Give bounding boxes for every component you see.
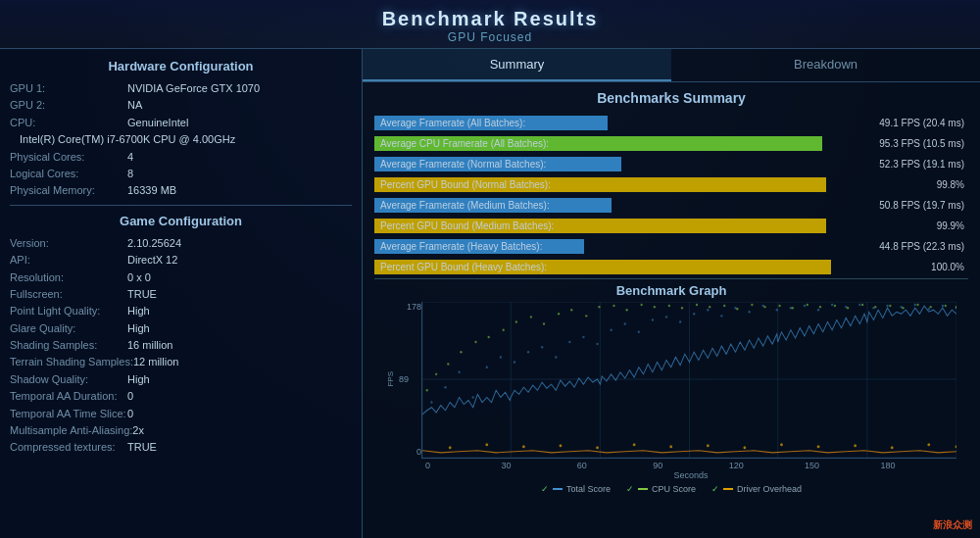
svg-point-103 <box>956 445 956 448</box>
x-label-120: 120 <box>729 461 805 470</box>
svg-point-53 <box>474 341 476 343</box>
svg-point-69 <box>696 304 698 306</box>
cpu-color <box>638 488 648 490</box>
gpu2-value: NA <box>127 98 142 113</box>
svg-point-97 <box>743 446 746 449</box>
graph-canvas <box>421 302 956 459</box>
total-check: ✓ <box>541 484 549 494</box>
svg-point-39 <box>831 304 833 306</box>
svg-point-25 <box>638 331 640 333</box>
bench-label-8: Percent GPU Bound (Heavy Batches): <box>374 260 553 274</box>
bench-value-1: 49.1 FPS (20.4 ms) <box>831 118 968 128</box>
bench-row-1: Average Framerate (All Batches): 49.1 FP… <box>374 114 968 131</box>
svg-point-18 <box>541 346 543 348</box>
res-row: Resolution: 0 x 0 <box>10 270 352 285</box>
bench-row-6: Percent GPU Bound (Medium Batches): 99.9… <box>374 217 968 234</box>
svg-point-35 <box>776 309 778 311</box>
bench-bar-7: Average Framerate (Heavy Batches): <box>374 239 831 254</box>
fullscreen-value: TRUE <box>127 287 157 302</box>
taa-dur-row: Temporal AA Duration: 0 <box>10 389 352 404</box>
taa-dur-label: Temporal AA Duration: <box>10 389 127 404</box>
svg-point-10 <box>430 401 432 403</box>
y-mid-row: FPS 89 <box>386 371 421 387</box>
fullscreen-label: Fullscreen: <box>10 287 127 302</box>
svg-point-13 <box>472 396 474 398</box>
svg-point-61 <box>585 315 587 317</box>
shading-label: Shading Samples: <box>10 338 127 353</box>
svg-point-37 <box>804 305 806 307</box>
bench-row-3: Average Framerate (Normal Batches): 52.3… <box>374 155 968 172</box>
bench-label-7: Average Framerate (Heavy Batches): <box>374 239 548 254</box>
svg-point-64 <box>625 309 627 311</box>
terrain-row: Terrain Shading Samples: 12 million <box>10 355 352 369</box>
main-container: Benchmark Results GPU Focused Hardware C… <box>0 0 980 538</box>
legend-driver: ✓ Driver Overhead <box>711 484 802 494</box>
content-area: Hardware Configuration GPU 1: NVIDIA GeF… <box>0 49 980 538</box>
terrain-value: 12 million <box>133 355 178 369</box>
svg-point-47 <box>942 305 944 307</box>
page-title: Benchmark Results <box>0 8 980 30</box>
hardware-title: Hardware Configuration <box>10 57 352 75</box>
bench-value-3: 52.3 FPS (19.1 ms) <box>831 159 968 170</box>
gpu1-row: GPU 1: NVIDIA GeForce GTX 1070 <box>10 81 352 96</box>
fullscreen-row: Fullscreen: TRUE <box>10 287 352 302</box>
svg-point-71 <box>723 305 725 307</box>
taa-ts-value: 0 <box>127 407 133 421</box>
cpu-detail-value: Intel(R) Core(TM) i7-6700K CPU @ 4.00GHz <box>20 132 235 147</box>
phys-mem-value: 16339 MB <box>127 183 176 198</box>
bench-row-2: Average CPU Framerate (All Batches): 95.… <box>374 134 968 152</box>
glare-value: High <box>127 321 150 336</box>
shadow-label: Shadow Quality: <box>10 372 127 387</box>
svg-point-52 <box>460 351 462 353</box>
bench-bar-4: Percent GPU Bound (Normal Batches): <box>374 177 831 192</box>
y-axis: 178 FPS 89 0 <box>386 302 421 459</box>
svg-point-22 <box>596 343 598 345</box>
tab-breakdown[interactable]: Breakdown <box>671 49 980 81</box>
y-max-label: 178 <box>386 302 421 312</box>
summary-content: Benchmarks Summary Average Framerate (Al… <box>363 82 980 538</box>
svg-point-86 <box>930 306 932 308</box>
svg-point-73 <box>751 304 753 306</box>
bench-bar-1: Average Framerate (All Batches): <box>374 116 831 130</box>
svg-point-56 <box>515 320 517 322</box>
bench-label-4: Percent GPU Bound (Normal Batches): <box>374 177 557 192</box>
svg-point-96 <box>707 444 710 447</box>
phys-cores-label: Physical Cores: <box>10 150 127 165</box>
svg-point-57 <box>530 316 532 318</box>
driver-color <box>723 488 733 490</box>
svg-point-84 <box>902 307 904 309</box>
cpu-label: CPU: <box>10 116 127 130</box>
svg-point-78 <box>819 306 821 308</box>
svg-point-30 <box>707 309 709 311</box>
bench-row-8: Percent GPU Bound (Heavy Batches): 100.0… <box>374 258 968 275</box>
terrain-label: Terrain Shading Samples: <box>10 355 133 369</box>
svg-point-49 <box>426 389 428 391</box>
svg-point-16 <box>514 361 515 363</box>
taa-ts-label: Temporal AA Time Slice: <box>10 407 127 421</box>
x-axis-row: 0 30 60 90 120 150 180 <box>386 461 956 470</box>
svg-point-15 <box>500 356 502 358</box>
svg-point-20 <box>568 341 570 343</box>
tab-summary[interactable]: Summary <box>363 49 671 81</box>
taa-dur-value: 0 <box>127 389 133 404</box>
bench-value-5: 50.8 FPS (19.7 ms) <box>831 200 968 211</box>
graph-title: Benchmark Graph <box>386 283 956 298</box>
log-cores-label: Logical Cores: <box>10 167 127 181</box>
svg-point-68 <box>681 307 683 309</box>
svg-point-94 <box>633 443 636 446</box>
cpu-check: ✓ <box>626 484 634 494</box>
svg-point-46 <box>928 308 930 310</box>
header: Benchmark Results GPU Focused <box>0 0 980 49</box>
svg-point-85 <box>916 304 918 306</box>
svg-point-19 <box>555 356 557 358</box>
api-row: API: DirectX 12 <box>10 253 352 268</box>
graph-legend: ✓ Total Score ✓ CPU Score ✓ Drive <box>386 484 956 494</box>
total-label: Total Score <box>566 484 611 494</box>
bench-label-5: Average Framerate (Medium Batches): <box>374 198 556 213</box>
svg-point-79 <box>834 305 836 307</box>
plq-row: Point Light Quality: High <box>10 304 352 318</box>
compressed-row: Compressed textures: TRUE <box>10 440 352 455</box>
legend-cpu: ✓ CPU Score <box>626 484 696 494</box>
svg-point-93 <box>596 446 599 449</box>
svg-point-33 <box>748 311 750 313</box>
